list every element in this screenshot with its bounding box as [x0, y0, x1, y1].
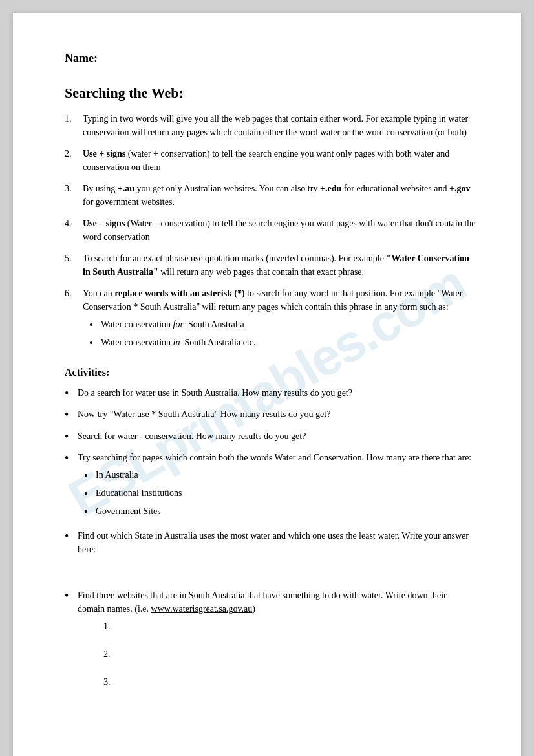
activity-item: • Find out which State in Australia uses… — [65, 529, 476, 582]
list-content: Use + signs (water + conservation) to te… — [83, 147, 476, 174]
list-content: Use – signs (Water – conservation) to te… — [83, 217, 476, 244]
activity-item: • Try searching for pages which contain … — [65, 451, 476, 523]
name-label: Name: — [65, 52, 476, 65]
bullet-icon: • — [65, 386, 78, 401]
content: Name: Searching the Web: 1. Typing in tw… — [65, 52, 476, 703]
bullet-icon: • — [65, 529, 78, 582]
list-num: 4. — [65, 217, 83, 244]
activity-text: Now try "Water use * South Australia" Ho… — [78, 407, 330, 422]
bullet-icon: • — [84, 486, 96, 502]
sub-item-text: In Australia — [96, 468, 138, 484]
sub-list-item: • Water conservation in South Australia … — [89, 336, 476, 351]
activity-text: Find three websites that are in South Au… — [78, 589, 476, 703]
list-content: To search for an exact phrase use quotat… — [83, 252, 476, 279]
numbered-list: 1. Typing in two words will give you all… — [65, 112, 476, 354]
list-num: 5. — [65, 252, 83, 279]
sub-activity-list: • In Australia • Educational Institution… — [84, 468, 471, 520]
list-content: You can replace words with an asterisk (… — [83, 286, 476, 354]
activities-list: • Do a search for water use in South Aus… — [65, 386, 476, 703]
activity-item: • Search for water - conservation. How m… — [65, 429, 476, 444]
list-item: 3. By using +.au you get only Australian… — [65, 182, 476, 209]
activity-text: Do a search for water use in South Austr… — [78, 386, 352, 401]
activity-item: • Now try "Water use * South Australia" … — [65, 407, 476, 422]
list-num: 2. — [65, 147, 83, 174]
sub-activity-item: • Educational Institutions — [84, 486, 471, 502]
sub-item-text: Water conservation for South Australia — [101, 318, 244, 333]
list-content: By using +.au you get only Australian we… — [83, 182, 476, 209]
activity-item: • Do a search for water use in South Aus… — [65, 386, 476, 401]
bullet-icon: • — [84, 504, 96, 520]
sub-item-text: Water conservation in South Australia et… — [101, 336, 256, 351]
list-item: 6. You can replace words with an asteris… — [65, 286, 476, 354]
sub-item-text: Government Sites — [96, 504, 161, 520]
list-content: Typing in two words will give you all th… — [83, 112, 476, 139]
answer-space — [78, 569, 476, 582]
sub-activity-item: • Government Sites — [84, 504, 471, 520]
list-item: 2. Use + signs (water + conservation) to… — [65, 147, 476, 174]
activities-title: Activities: — [65, 367, 476, 378]
sub-item-text: Educational Institutions — [96, 486, 182, 502]
activity-text: Find out which State in Australia uses t… — [78, 529, 476, 582]
sub-activity-item: • In Australia — [84, 468, 471, 484]
example-link: www.waterisgreat.sa.gov.au — [151, 604, 253, 614]
bullet-icon: • — [65, 429, 78, 444]
answer-item: 1. — [103, 620, 476, 633]
bullet-icon: • — [65, 589, 78, 703]
activity-text: Search for water - conservation. How man… — [78, 429, 306, 444]
answer-list: 1. 2. 3. — [103, 620, 476, 689]
page: ESLprintables.com Name: Searching the We… — [13, 13, 521, 756]
list-num: 1. — [65, 112, 83, 139]
answer-item: 2. — [103, 647, 476, 661]
activity-item: • Find three websites that are in South … — [65, 589, 476, 703]
answer-item: 3. — [103, 675, 476, 689]
list-num: 6. — [65, 286, 83, 354]
bullet-icon: • — [89, 318, 101, 333]
bullet-icon: • — [65, 407, 78, 422]
list-num: 3. — [65, 182, 83, 209]
sub-bullet-list: • Water conservation for South Australia… — [89, 318, 476, 351]
list-item: 4. Use – signs (Water – conservation) to… — [65, 217, 476, 244]
sub-list-item: • Water conservation for South Australia — [89, 318, 476, 333]
bullet-icon: • — [89, 336, 101, 351]
answer-space — [78, 556, 476, 569]
list-item: 5. To search for an exact phrase use quo… — [65, 252, 476, 279]
section-title: Searching the Web: — [65, 85, 476, 102]
list-item: 1. Typing in two words will give you all… — [65, 112, 476, 139]
bullet-icon: • — [84, 468, 96, 484]
activity-text: Try searching for pages which contain bo… — [78, 451, 471, 523]
bullet-icon: • — [65, 451, 78, 523]
